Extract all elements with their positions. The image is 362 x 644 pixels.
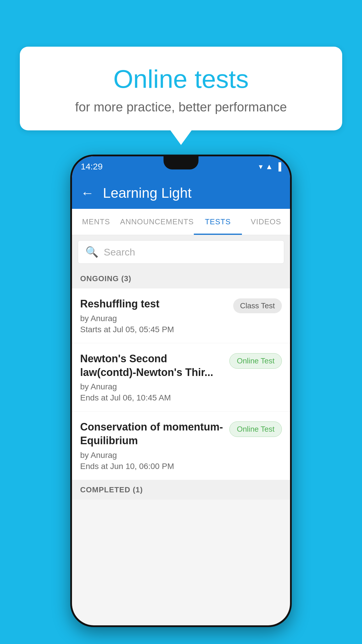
test-author-1: by Anurag <box>80 314 227 323</box>
search-placeholder: Search <box>104 246 135 258</box>
notch <box>164 156 198 169</box>
back-button[interactable]: ← <box>81 185 94 201</box>
test-list: Reshuffling test by Anurag Starts at Jul… <box>72 288 290 480</box>
test-time-1: Starts at Jul 05, 05:45 PM <box>80 325 227 334</box>
test-name-3: Conservation of momentum-Equilibrium <box>80 420 224 448</box>
search-bar[interactable]: 🔍 Search <box>78 240 284 264</box>
status-time: 14:29 <box>81 162 103 172</box>
search-container: 🔍 Search <box>72 235 290 269</box>
ongoing-section-header: ONGOING (3) <box>72 269 290 288</box>
test-badge-3: Online Test <box>229 421 282 437</box>
wifi-icon: ▾ <box>259 162 263 171</box>
test-time-2: Ends at Jul 06, 10:45 AM <box>80 393 224 402</box>
phone-screen: 14:29 ▾ ▲ ▐ ← Learning Light MENTS ANNOU… <box>72 156 290 625</box>
test-time-3: Ends at Jun 10, 06:00 PM <box>80 462 224 471</box>
battery-icon: ▐ <box>276 162 281 171</box>
test-item-1[interactable]: Reshuffling test by Anurag Starts at Jul… <box>72 288 290 343</box>
test-badge-2: Online Test <box>229 353 282 369</box>
promo-bubble: Online tests for more practice, better p… <box>20 47 342 130</box>
tab-ments[interactable]: MENTS <box>72 209 120 235</box>
search-icon: 🔍 <box>85 246 99 258</box>
test-author-3: by Anurag <box>80 451 224 460</box>
app-bar-title: Learning Light <box>103 185 191 201</box>
status-icons: ▾ ▲ ▐ <box>259 162 281 171</box>
bubble-subtitle: for more practice, better performance <box>34 100 328 114</box>
test-item-3[interactable]: Conservation of momentum-Equilibrium by … <box>72 412 290 480</box>
test-author-2: by Anurag <box>80 382 224 391</box>
test-item-2[interactable]: Newton's Second law(contd)-Newton's Thir… <box>72 343 290 412</box>
test-info-3: Conservation of momentum-Equilibrium by … <box>80 420 229 471</box>
tabs-bar: MENTS ANNOUNCEMENTS TESTS VIDEOS <box>72 209 290 235</box>
tab-announcements[interactable]: ANNOUNCEMENTS <box>120 209 194 235</box>
completed-section-header: COMPLETED (1) <box>72 480 290 500</box>
test-info-1: Reshuffling test by Anurag Starts at Jul… <box>80 297 233 334</box>
test-name-2: Newton's Second law(contd)-Newton's Thir… <box>80 352 224 379</box>
test-info-2: Newton's Second law(contd)-Newton's Thir… <box>80 352 229 403</box>
status-bar: 14:29 ▾ ▲ ▐ <box>72 156 290 177</box>
test-badge-1: Class Test <box>233 298 282 313</box>
app-bar: ← Learning Light <box>72 177 290 209</box>
bubble-title: Online tests <box>34 64 328 94</box>
tab-videos[interactable]: VIDEOS <box>242 209 290 235</box>
tab-tests[interactable]: TESTS <box>194 209 242 235</box>
signal-icon: ▲ <box>266 162 273 171</box>
test-name-1: Reshuffling test <box>80 297 227 311</box>
phone-frame: 14:29 ▾ ▲ ▐ ← Learning Light MENTS ANNOU… <box>70 155 292 627</box>
